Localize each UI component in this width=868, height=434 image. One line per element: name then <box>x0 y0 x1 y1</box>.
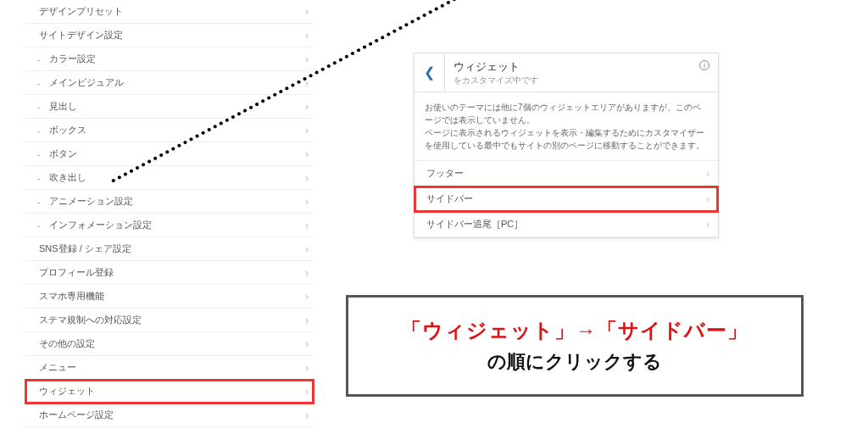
chevron-right-icon: › <box>305 102 309 112</box>
panel-desc-line1: お使いのテーマには他に7個のウィジェットエリアがありますが、このページでは表示し… <box>425 101 708 126</box>
chevron-right-icon: › <box>305 78 309 88</box>
panel-header: ❮ ウィジェット をカスタマイズ中です i <box>415 53 718 92</box>
sidebar: デザインプリセット›サイトデザイン設定›カラー設定›メインビジュアル›見出し›ボ… <box>25 0 314 434</box>
chevron-right-icon: › <box>305 54 309 64</box>
sidebar-item-label: サイトデザイン設定 <box>39 29 123 42</box>
panel-row-0[interactable]: フッター› <box>415 161 718 186</box>
sidebar-item-3[interactable]: メインビジュアル› <box>25 71 314 95</box>
chevron-right-icon: › <box>305 173 309 183</box>
chevron-right-icon: › <box>305 268 309 278</box>
sidebar-item-5[interactable]: ボックス› <box>25 119 314 142</box>
chevron-right-icon: › <box>706 169 709 179</box>
chevron-right-icon: › <box>305 363 309 373</box>
chevron-right-icon: › <box>305 410 309 420</box>
sidebar-item-label: その他の設定 <box>39 337 95 350</box>
sidebar-item-label: ホームページ設定 <box>39 409 114 421</box>
sidebar-item-label: ステマ規制への対応設定 <box>39 314 142 326</box>
sidebar-item-label: プロフィール登録 <box>39 266 114 279</box>
sidebar-item-label: ボタン <box>49 147 77 160</box>
sidebar-item-label: メニュー <box>39 361 76 374</box>
back-button[interactable]: ❮ <box>415 53 445 92</box>
chevron-right-icon: › <box>305 7 309 17</box>
chevron-right-icon: › <box>706 220 709 230</box>
panel-row-label: サイドバー追尾［PC］ <box>426 218 523 231</box>
sidebar-item-8[interactable]: アニメーション設定› <box>25 190 314 214</box>
chevron-right-icon: › <box>305 31 309 41</box>
sidebar-item-12[interactable]: スマホ専用機能› <box>25 285 314 309</box>
sidebar-item-15[interactable]: メニュー› <box>25 356 314 380</box>
sidebar-item-11[interactable]: プロフィール登録› <box>25 261 314 285</box>
sidebar-item-label: スマホ専用機能 <box>39 290 104 303</box>
sidebar-item-label: デザインプリセット <box>39 5 123 18</box>
sidebar-item-0[interactable]: デザインプリセット› <box>25 0 314 24</box>
chevron-right-icon: › <box>305 315 309 326</box>
panel-title-wrap: ウィジェット をカスタマイズ中です <box>445 59 718 86</box>
sidebar-item-label: インフォメーション設定 <box>49 219 152 231</box>
sidebar-item-7[interactable]: 吹き出し› <box>25 166 314 190</box>
chevron-right-icon: › <box>706 194 709 204</box>
sidebar-item-label: 吹き出し <box>49 171 86 184</box>
sidebar-item-label: SNS登録 / シェア設定 <box>39 242 131 255</box>
sidebar-item-14[interactable]: その他の設定› <box>25 332 314 356</box>
sidebar-item-6[interactable]: ボタン› <box>25 142 314 166</box>
sidebar-item-label: ウィジェット <box>39 385 95 398</box>
chevron-right-icon: › <box>305 292 309 302</box>
sidebar-item-10[interactable]: SNS登録 / シェア設定› <box>25 237 314 261</box>
chevron-right-icon: › <box>305 197 309 207</box>
panel-row-label: フッター <box>426 167 464 180</box>
chevron-right-icon: › <box>305 220 309 231</box>
chevron-right-icon: › <box>305 339 309 349</box>
chevron-right-icon: › <box>305 125 309 136</box>
instruction-callout: 「ウィジェット」→「サイドバー」 の順にクリックする <box>346 295 804 397</box>
sidebar-item-label: アニメーション設定 <box>49 195 133 208</box>
callout-line-1: 「ウィジェット」→「サイドバー」 <box>401 317 748 344</box>
sidebar-item-13[interactable]: ステマ規制への対応設定› <box>25 309 314 332</box>
panel-title: ウィジェット <box>453 59 709 75</box>
panel-desc-line2: ページに表示されるウィジェットを表示・編集するためにカスタマイザーを使用している… <box>425 126 708 152</box>
chevron-left-icon: ❮ <box>424 64 435 81</box>
chevron-right-icon: › <box>305 387 309 397</box>
sidebar-item-4[interactable]: 見出し› <box>25 95 314 119</box>
chevron-right-icon: › <box>305 244 309 254</box>
panel-row-2[interactable]: サイドバー追尾［PC］› <box>415 212 718 237</box>
sidebar-item-16[interactable]: ウィジェット› <box>25 380 314 403</box>
sidebar-item-label: 見出し <box>49 100 77 113</box>
panel-row-1[interactable]: サイドバー› <box>415 186 718 212</box>
sidebar-item-label: メインビジュアル <box>49 76 124 89</box>
panel-subtitle: をカスタマイズ中です <box>453 75 709 86</box>
sidebar-item-17[interactable]: ホームページ設定› <box>25 403 314 427</box>
panel-row-label: サイドバー <box>426 192 473 205</box>
panel-description: お使いのテーマには他に7個のウィジェットエリアがありますが、このページでは表示し… <box>415 92 718 161</box>
sidebar-item-label: ボックス <box>49 124 86 136</box>
sidebar-item-2[interactable]: カラー設定› <box>25 47 314 71</box>
sidebar-item-18[interactable]: 追加 CSS› <box>25 427 314 434</box>
info-icon[interactable]: i <box>699 60 709 70</box>
sidebar-item-label: カラー設定 <box>49 53 96 65</box>
sidebar-item-9[interactable]: インフォメーション設定› <box>25 214 314 237</box>
sidebar-item-1[interactable]: サイトデザイン設定› <box>25 24 314 47</box>
widget-panel: ❮ ウィジェット をカスタマイズ中です i お使いのテーマには他に7個のウィジェ… <box>414 53 719 238</box>
callout-line-2: の順にクリックする <box>401 349 748 375</box>
chevron-right-icon: › <box>305 149 309 159</box>
